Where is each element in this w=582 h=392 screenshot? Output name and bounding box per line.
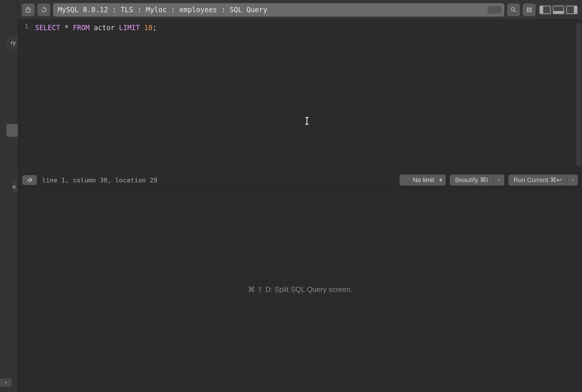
refresh-icon [40,6,47,13]
updown-icon [439,179,442,182]
sql-editor[interactable]: 1 SELECT * FROM actor LIMIT 10; I [18,20,582,173]
sql-identifier: actor [90,24,119,32]
gear-icon [26,176,33,184]
chevron-down-icon [571,178,575,182]
results-hint: ⌘ ⇧ D: Split SQL Query screen. [248,285,352,294]
grid-button[interactable] [523,3,536,16]
sidebar-dropdown[interactable] [0,379,12,387]
results-panel: ⌘ ⇧ D: Split SQL Query screen. [18,187,582,392]
editor-settings-button[interactable] [22,175,37,185]
panel-toggle-group [538,5,579,15]
toolbar: MySQL 8.0.12 : TLS : Myloc : employees :… [18,0,582,20]
line-number: 1 [25,23,28,30]
editor-gutter: 1 [18,20,31,173]
toggle-bottom-panel[interactable] [553,6,564,14]
run-button[interactable]: Run Current ⌘↩ [508,175,567,186]
sidebar-item-label: e [12,184,16,190]
code-content[interactable]: SELECT * FROM actor LIMIT 10; I [31,20,582,173]
sidebar-item-partial[interactable]: e [13,180,18,193]
main-panel: MySQL 8.0.12 : TLS : Myloc : employees :… [18,0,582,392]
sidebar-item-label: ry [11,39,16,46]
beautify-label: Beautify ⌘I [455,176,488,184]
sql-token: ; [153,24,157,32]
run-label: Run Current ⌘↩ [514,176,562,184]
limit-select-label: No limit [413,176,434,184]
lock-button[interactable] [22,3,35,16]
address-text: MySQL 8.0.12 : TLS : Myloc : employees :… [58,6,267,14]
sql-number: 10 [144,24,153,32]
sql-keyword: SELECT [35,24,60,32]
search-button[interactable] [507,3,520,16]
beautify-button[interactable]: Beautify ⌘I [450,175,493,186]
grid-icon [526,6,533,13]
address-shortcut-hint [487,6,501,14]
beautify-dropdown[interactable] [493,175,504,186]
address-bar[interactable]: MySQL 8.0.12 : TLS : Myloc : employees :… [53,3,504,17]
sql-token: * [60,24,73,32]
search-icon [510,6,517,13]
lock-open-icon [25,6,32,13]
run-split-button: Run Current ⌘↩ [508,175,578,186]
toggle-left-panel[interactable] [540,6,551,14]
run-dropdown[interactable] [567,175,578,186]
results-hint-text: ⌘ ⇧ D: Split SQL Query screen. [248,285,352,294]
sql-keyword: LIMIT [119,24,140,32]
toggle-right-panel[interactable] [566,6,577,14]
editor-scrollbar[interactable] [576,23,581,166]
limit-select[interactable]: No limit [400,175,446,186]
beautify-split-button: Beautify ⌘I [450,175,504,186]
refresh-button[interactable] [37,3,50,16]
sidebar-item-selected[interactable] [6,124,18,137]
editor-statusbar: line 1, column 30, location 29 No limit … [18,173,582,187]
sql-keyword: FROM [73,24,90,32]
chevron-down-icon [497,178,501,182]
sidebar: ry e [0,0,18,392]
editor-area: 1 SELECT * FROM actor LIMIT 10; I line 1… [18,20,582,392]
sql-token [140,24,144,32]
sidebar-item-partial[interactable]: ry [6,36,18,49]
cursor-position: line 1, column 30, location 29 [42,177,157,184]
text-cursor-icon: I [305,114,309,128]
